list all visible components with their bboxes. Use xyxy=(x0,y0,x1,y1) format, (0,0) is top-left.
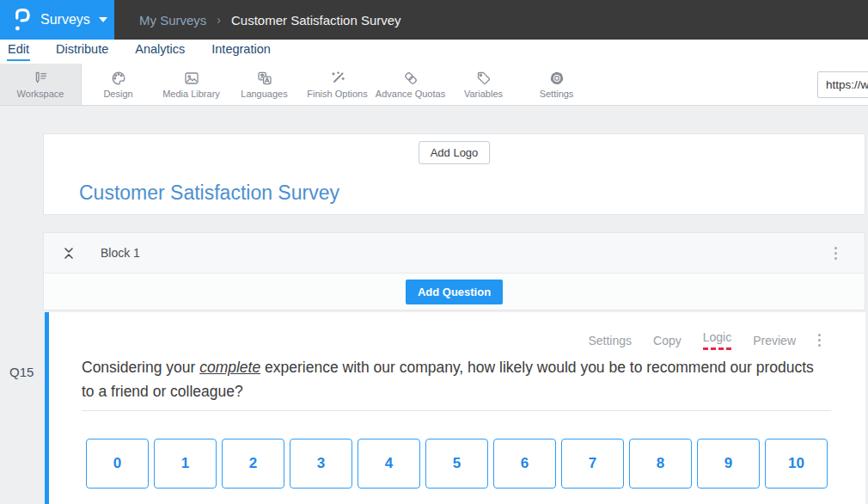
question-text[interactable]: Considering your complete experience wit… xyxy=(82,355,827,403)
top-bar: Surveys My Surveys › Customer Satisfacti… xyxy=(0,0,868,40)
survey-header-card: Add Logo Customer Satisfaction Survey xyxy=(43,133,865,215)
question-logic-link[interactable]: Logic xyxy=(703,330,731,350)
collapse-block-icon[interactable] xyxy=(63,246,75,261)
nps-option-4[interactable]: 4 xyxy=(358,439,420,489)
tab-analytics[interactable]: Analytics xyxy=(134,40,186,59)
question-number-label: Q15 xyxy=(9,365,34,379)
block-header: Block 1 xyxy=(44,233,865,274)
nps-option-6[interactable]: 6 xyxy=(493,439,556,489)
question-actions: Settings Copy Logic Preview xyxy=(588,330,824,350)
question-card: Settings Copy Logic Preview Considering … xyxy=(45,312,865,504)
toolbar-label: Advance Quotas xyxy=(376,89,445,99)
nps-option-10[interactable]: 10 xyxy=(765,439,828,489)
add-question-row: Add Question xyxy=(44,274,865,310)
add-logo-button[interactable]: Add Logo xyxy=(419,141,491,164)
toolbar-item-workspace[interactable]: Workspace xyxy=(0,64,82,105)
image-icon xyxy=(182,70,201,87)
nps-option-9[interactable]: 9 xyxy=(697,439,760,489)
tab-integration[interactable]: Integration xyxy=(211,40,272,59)
question-settings-link[interactable]: Settings xyxy=(588,334,632,347)
question-copy-link[interactable]: Copy xyxy=(653,334,682,347)
toolbar-label: Design xyxy=(103,89,132,99)
product-menu[interactable]: Surveys xyxy=(0,0,114,40)
magic-wand-icon xyxy=(328,70,347,87)
nps-option-7[interactable]: 7 xyxy=(561,439,624,489)
survey-title[interactable]: Customer Satisfaction Survey xyxy=(79,181,339,205)
nps-option-1[interactable]: 1 xyxy=(154,439,217,489)
toolbar-item-advance-quotas[interactable]: Advance Quotas xyxy=(374,64,447,105)
survey-url-input[interactable] xyxy=(817,71,868,98)
toolbar-item-settings[interactable]: Settings xyxy=(520,64,593,105)
toolbar-item-media-library[interactable]: Media Library xyxy=(155,64,228,105)
toolbar-label: Languages xyxy=(241,89,287,99)
edit-toolbar: Workspace Design Media Library xyxy=(0,64,868,106)
question-text-divider xyxy=(82,410,831,411)
breadcrumb-separator: › xyxy=(217,13,221,27)
toolbar-item-finish-options[interactable]: Finish Options xyxy=(301,64,374,105)
nps-option-5[interactable]: 5 xyxy=(425,439,488,489)
toolbar-label: Finish Options xyxy=(307,89,367,99)
add-question-button[interactable]: Add Question xyxy=(406,280,503,304)
gear-icon xyxy=(547,70,566,87)
translate-icon xyxy=(255,70,274,87)
toolbar-item-variables[interactable]: Variables xyxy=(447,64,520,105)
survey-editor-canvas: Add Logo Customer Satisfaction Survey Bl… xyxy=(0,106,868,504)
chain-links-icon xyxy=(401,70,420,87)
tab-distribute[interactable]: Distribute xyxy=(55,40,109,59)
toolbar-label: Variables xyxy=(464,89,503,99)
tag-icon xyxy=(474,70,493,87)
block-more-options-icon[interactable] xyxy=(831,243,840,263)
toolbar-item-design[interactable]: Design xyxy=(82,64,155,105)
block-title[interactable]: Block 1 xyxy=(101,246,140,260)
question-text-emphasis: complete xyxy=(199,359,260,376)
questionpro-logo-icon xyxy=(13,7,31,33)
nps-option-3[interactable]: 3 xyxy=(290,439,352,489)
nps-option-8[interactable]: 8 xyxy=(629,439,692,489)
nps-option-0[interactable]: 0 xyxy=(86,439,149,489)
workspace-icon xyxy=(31,70,50,87)
palette-icon xyxy=(109,70,128,87)
breadcrumb: My Surveys › Customer Satisfaction Surve… xyxy=(139,0,401,40)
toolbar-label: Settings xyxy=(540,89,574,99)
breadcrumb-current-survey: Customer Satisfaction Survey xyxy=(231,13,401,28)
breadcrumb-my-surveys[interactable]: My Surveys xyxy=(139,13,206,28)
question-text-part: Considering your xyxy=(82,359,199,376)
nps-scale: 0 1 2 3 4 5 6 7 8 9 10 xyxy=(86,439,865,489)
toolbar-item-languages[interactable]: Languages xyxy=(228,64,301,105)
product-label: Surveys xyxy=(40,12,90,28)
main-nav-tabs: Edit Distribute Analytics Integration xyxy=(0,40,868,64)
block-card: Block 1 Add Question xyxy=(43,232,865,310)
tab-edit[interactable]: Edit xyxy=(7,40,30,61)
question-preview-link[interactable]: Preview xyxy=(753,334,796,347)
question-more-options-icon[interactable] xyxy=(815,330,824,350)
toolbar-label: Workspace xyxy=(17,89,64,99)
toolbar-label: Media Library xyxy=(162,89,220,99)
nps-option-2[interactable]: 2 xyxy=(222,439,284,489)
chevron-down-icon xyxy=(99,17,107,22)
